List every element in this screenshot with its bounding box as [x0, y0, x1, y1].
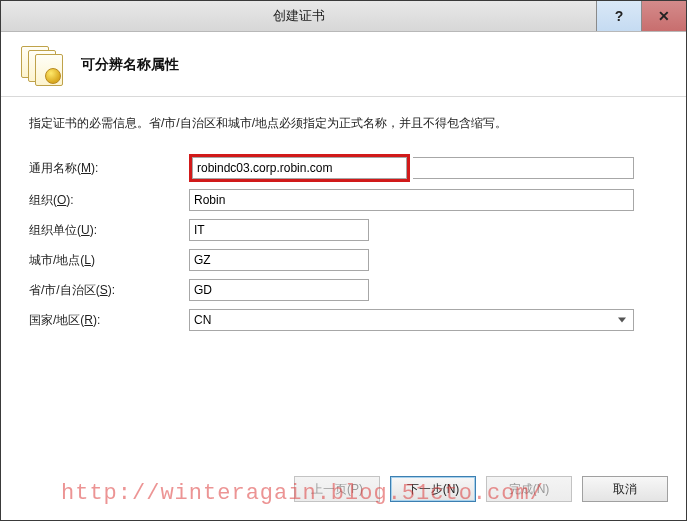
row-organization: 组织(O):: [29, 188, 658, 212]
close-button[interactable]: ✕: [641, 1, 686, 31]
window-title: 创建证书: [1, 7, 596, 25]
finish-button: 完成(N): [486, 476, 572, 502]
label-organization: 组织(O):: [29, 192, 189, 209]
label-state: 省/市/自治区(S):: [29, 282, 189, 299]
label-country: 国家/地区(R):: [29, 312, 189, 329]
country-select[interactable]: CN: [189, 309, 634, 331]
previous-button: 上一页(P): [294, 476, 380, 502]
help-button[interactable]: ?: [596, 1, 641, 31]
row-city: 城市/地点(L): [29, 248, 658, 272]
instructions-text: 指定证书的必需信息。省/市/自治区和城市/地点必须指定为正式名称，并且不得包含缩…: [29, 115, 658, 132]
common-name-field-extension[interactable]: [413, 157, 634, 179]
state-field[interactable]: [189, 279, 369, 301]
label-city: 城市/地点(L): [29, 252, 189, 269]
label-common-name: 通用名称(M):: [29, 160, 189, 177]
dialog-header: 可分辨名称属性: [1, 32, 686, 96]
certificate-icon: [21, 46, 63, 84]
highlight-box: [189, 154, 410, 182]
cancel-button[interactable]: 取消: [582, 476, 668, 502]
row-country: 国家/地区(R): CN: [29, 308, 658, 332]
close-icon: ✕: [658, 8, 670, 24]
row-organizational-unit: 组织单位(U):: [29, 218, 658, 242]
common-name-field[interactable]: [192, 157, 407, 179]
row-state: 省/市/自治区(S):: [29, 278, 658, 302]
next-button[interactable]: 下一步(N): [390, 476, 476, 502]
row-common-name: 通用名称(M):: [29, 154, 658, 182]
dialog-body: 指定证书的必需信息。省/市/自治区和城市/地点必须指定为正式名称，并且不得包含缩…: [1, 97, 686, 466]
dialog-footer: 上一页(P) 下一步(N) 完成(N) 取消: [1, 466, 686, 520]
dialog-window: 创建证书 ? ✕ 可分辨名称属性 指定证书的必需信息。省/市/自治区和城市/地点…: [0, 0, 687, 521]
label-organizational-unit: 组织单位(U):: [29, 222, 189, 239]
window-buttons: ? ✕: [596, 1, 686, 31]
organization-field[interactable]: [189, 189, 634, 211]
page-title: 可分辨名称属性: [81, 56, 179, 74]
organizational-unit-field[interactable]: [189, 219, 369, 241]
title-bar: 创建证书 ? ✕: [1, 1, 686, 32]
city-field[interactable]: [189, 249, 369, 271]
